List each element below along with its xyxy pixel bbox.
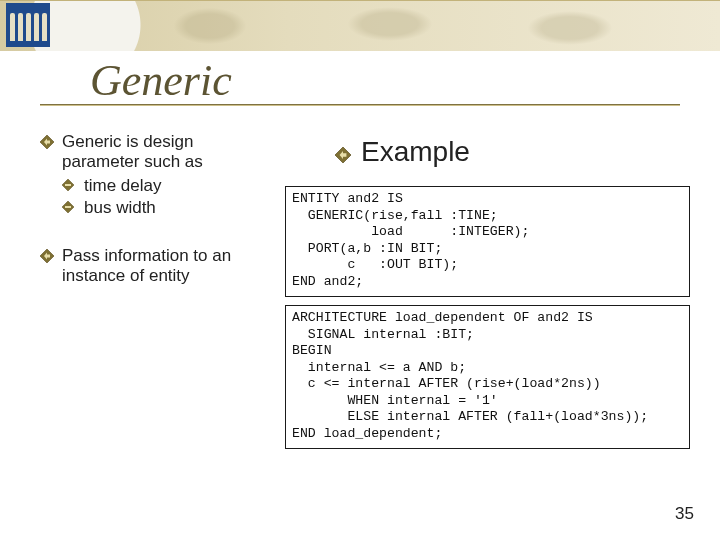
sub-bullet-text: bus width (84, 198, 156, 218)
code-block-entity: ENTITY and2 IS GENERIC(rise,fall :TINE; … (285, 186, 690, 297)
diamond-arrow-icon (335, 147, 351, 163)
right-column: Example ENTITY and2 IS GENERIC(rise,fall… (285, 132, 690, 457)
sub-bullet-text: time delay (84, 176, 161, 196)
bullet-item: Pass information to an instance of entit… (40, 246, 265, 286)
bullet-text: Pass information to an instance of entit… (62, 246, 265, 286)
diamond-arrow-icon (40, 135, 54, 149)
small-diamond-icon (62, 179, 76, 193)
svg-rect-5 (65, 206, 71, 208)
sub-bullet-item: bus width (62, 198, 265, 218)
left-column: Generic is design parameter such as time… (40, 132, 265, 290)
world-map-decoration (140, 6, 710, 46)
title-underline (40, 104, 680, 106)
bullet-item: Generic is design parameter such as (40, 132, 265, 172)
slide-title: Generic (90, 55, 232, 106)
code-block-architecture: ARCHITECTURE load_dependent OF and2 IS S… (285, 305, 690, 449)
sub-bullet-item: time delay (62, 176, 265, 196)
slide-number: 35 (675, 504, 694, 524)
example-label: Example (361, 136, 470, 168)
example-heading: Example (285, 136, 690, 168)
institution-logo (6, 3, 50, 47)
diamond-arrow-icon (40, 249, 54, 263)
bullet-text: Generic is design parameter such as (62, 132, 265, 172)
small-diamond-icon (62, 201, 76, 215)
svg-rect-3 (65, 184, 71, 186)
header-banner (0, 0, 720, 51)
